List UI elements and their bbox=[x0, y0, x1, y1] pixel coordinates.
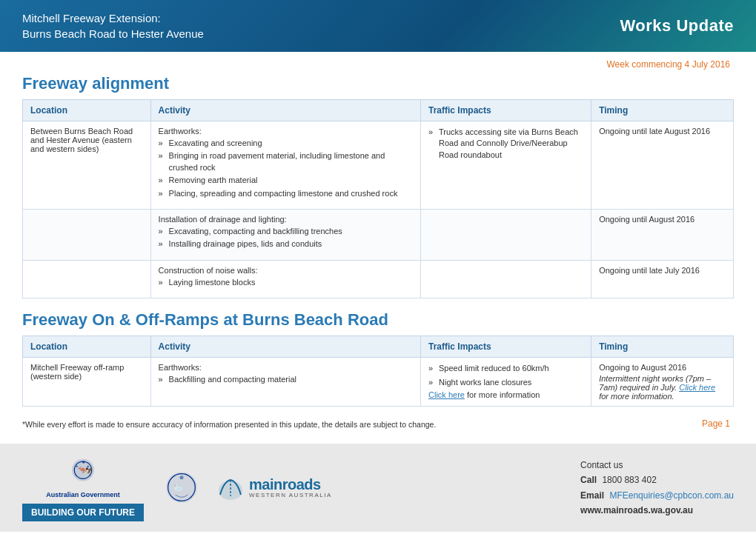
traffic-link-text: Click here for more information bbox=[428, 390, 583, 399]
activity-bullets: Laying limestone blocks bbox=[159, 277, 413, 288]
section2-title: Freeway On & Off-Ramps at Burns Beach Ro… bbox=[22, 310, 734, 330]
aus-gov-logo: 🦘 🦅 ★ ★ ★ Australian Government BUILDING… bbox=[22, 454, 144, 521]
contact-label: Contact us bbox=[580, 458, 734, 473]
traffic-bullet-item: Speed limit reduced to 60km/h bbox=[428, 363, 583, 374]
contact-website: www.mainroads.wa.gov.au bbox=[580, 503, 734, 518]
email-link[interactable]: MFEenquiries@cpbcon.com.au bbox=[609, 490, 734, 501]
bullet-item: Removing earth material bbox=[159, 175, 413, 186]
cell-location-1: Between Burns Beach Road and Hester Aven… bbox=[23, 121, 151, 210]
traffic-bullet-item: Night works lane closures bbox=[428, 377, 583, 388]
cell-activity-1: Earthworks: Excavating and screening Bri… bbox=[150, 121, 420, 210]
activity-title: Earthworks: bbox=[159, 127, 413, 136]
cell-traffic-2 bbox=[421, 209, 591, 260]
bullet-item: Excavating, compacting and backfilling t… bbox=[159, 226, 413, 237]
mainroads-icon bbox=[216, 474, 245, 502]
click-here-link-1[interactable]: Click here bbox=[428, 390, 465, 399]
bullet-item: Laying limestone blocks bbox=[159, 277, 413, 288]
bullet-item: Installing drainage pipes, lids and cond… bbox=[159, 238, 413, 250]
bullet-item: Bringing in road pavement material, incl… bbox=[159, 150, 413, 173]
activity-title: Earthworks: bbox=[159, 363, 413, 372]
svg-text:🦢: 🦢 bbox=[174, 483, 183, 492]
traffic-bullets: Speed limit reduced to 60km/h Night work… bbox=[428, 363, 583, 388]
table-row: Between Burns Beach Road and Hester Aven… bbox=[23, 121, 734, 210]
main-content: Week commencing 4 July 2016 Freeway alig… bbox=[0, 52, 756, 441]
page-header: Mitchell Freeway Extension: Burns Beach … bbox=[0, 0, 756, 52]
activity-title: Construction of noise walls: bbox=[159, 266, 413, 275]
activity-bullets: Excavating and screening Bringing in roa… bbox=[159, 138, 413, 199]
cell-timing-2: Ongoing until August 2016 bbox=[591, 209, 734, 260]
col-header-timing: Timing bbox=[591, 336, 734, 358]
mainroads-shield-icon bbox=[216, 474, 245, 502]
mainroads-logo: mainroads WESTERN AUSTRALIA bbox=[216, 474, 332, 502]
cell-location-ramp: Mitchell Freeway off-ramp (western side) bbox=[23, 358, 151, 407]
svg-text:★: ★ bbox=[76, 464, 79, 468]
footer-logos: 🦘 🦅 ★ ★ ★ Australian Government BUILDING… bbox=[22, 454, 332, 521]
header-title-line2: Burns Beach Road to Hester Avenue bbox=[22, 26, 204, 41]
svg-text:★: ★ bbox=[87, 464, 90, 468]
cell-traffic-ramp: Speed limit reduced to 60km/h Night work… bbox=[421, 358, 591, 407]
contact-call: Call 1800 883 402 bbox=[580, 473, 734, 487]
cell-location-2 bbox=[23, 209, 151, 260]
click-here-link-2[interactable]: Click here bbox=[679, 383, 715, 392]
activity-bullets: Backfilling and compacting material bbox=[159, 374, 413, 385]
col-header-traffic: Traffic Impacts bbox=[421, 100, 591, 121]
cell-timing-ramp: Ongoing to August 2016 Intermittent nigh… bbox=[591, 358, 734, 407]
section2-table: Location Activity Traffic Impacts Timing… bbox=[22, 336, 734, 407]
traffic-bullets: Trucks accessing site via Burns Beach Ro… bbox=[428, 127, 583, 161]
table-row: Construction of noise walls: Laying lime… bbox=[23, 260, 734, 298]
col-header-location: Location bbox=[23, 100, 151, 121]
activity-bullets: Excavating, compacting and backfilling t… bbox=[159, 226, 413, 250]
aus-gov-text: Australian Government bbox=[46, 491, 120, 499]
cell-traffic-3 bbox=[421, 260, 591, 298]
svg-point-10 bbox=[180, 475, 184, 479]
timing-italic: Intermittent night works (7pm – 7am) req… bbox=[599, 374, 726, 401]
section1-title: Freeway alignment bbox=[22, 74, 734, 93]
cell-activity-2: Installation of drainage and lighting: E… bbox=[150, 209, 420, 260]
aus-gov-emblem-icon: 🦘 🦅 ★ ★ ★ bbox=[64, 454, 102, 491]
bullet-item: Excavating and screening bbox=[159, 138, 413, 149]
timing-main: Ongoing to August 2016 bbox=[599, 363, 726, 372]
col-header-activity: Activity bbox=[150, 100, 420, 121]
cell-activity-ramp: Earthworks: Backfilling and compacting m… bbox=[150, 358, 420, 407]
page-footer: 🦘 🦅 ★ ★ ★ Australian Government BUILDING… bbox=[0, 444, 756, 532]
svg-text:★: ★ bbox=[82, 460, 85, 464]
footer-contact: Contact us Call 1800 883 402 Email MFEen… bbox=[580, 458, 734, 518]
mainroads-sub: WESTERN AUSTRALIA bbox=[249, 492, 332, 498]
traffic-bullet-item: Trucks accessing site via Burns Beach Ro… bbox=[428, 127, 583, 161]
mainroads-text: mainroads bbox=[249, 477, 332, 492]
header-title-line1: Mitchell Freeway Extension: bbox=[22, 10, 204, 26]
footnote: *While every effort is made to ensure ac… bbox=[22, 420, 436, 429]
cell-activity-3: Construction of noise walls: Laying lime… bbox=[150, 260, 420, 298]
col-header-location: Location bbox=[23, 336, 151, 358]
table-row: Mitchell Freeway off-ramp (western side)… bbox=[23, 358, 734, 407]
bullet-item: Backfilling and compacting material bbox=[159, 374, 413, 385]
cell-timing-1: Ongoing until late August 2016 bbox=[591, 121, 734, 210]
cell-traffic-1: Trucks accessing site via Burns Beach Ro… bbox=[421, 121, 591, 210]
bullet-item: Placing, spreading and compacting limest… bbox=[159, 188, 413, 199]
col-header-traffic: Traffic Impacts bbox=[421, 336, 591, 358]
col-header-activity: Activity bbox=[150, 336, 420, 358]
wa-gov-logo: 🦢 bbox=[163, 469, 200, 507]
cell-timing-3: Ongoing until late July 2016 bbox=[591, 260, 734, 298]
page-number: Page 1 bbox=[702, 418, 734, 429]
section1-table: Location Activity Traffic Impacts Timing… bbox=[22, 99, 734, 298]
wa-gov-emblem-icon: 🦢 bbox=[163, 469, 200, 506]
table-row: Installation of drainage and lighting: E… bbox=[23, 209, 734, 260]
header-works-update: Works Update bbox=[620, 16, 734, 36]
contact-email: Email MFEenquiries@cpbcon.com.au bbox=[580, 488, 734, 503]
cell-location-3 bbox=[23, 260, 151, 298]
building-future-button[interactable]: BUILDING OUR FUTURE bbox=[22, 504, 144, 521]
week-label: Week commencing 4 July 2016 bbox=[22, 59, 734, 70]
activity-title: Installation of drainage and lighting: bbox=[159, 215, 413, 224]
header-title-block: Mitchell Freeway Extension: Burns Beach … bbox=[22, 10, 204, 41]
col-header-timing: Timing bbox=[591, 100, 734, 121]
